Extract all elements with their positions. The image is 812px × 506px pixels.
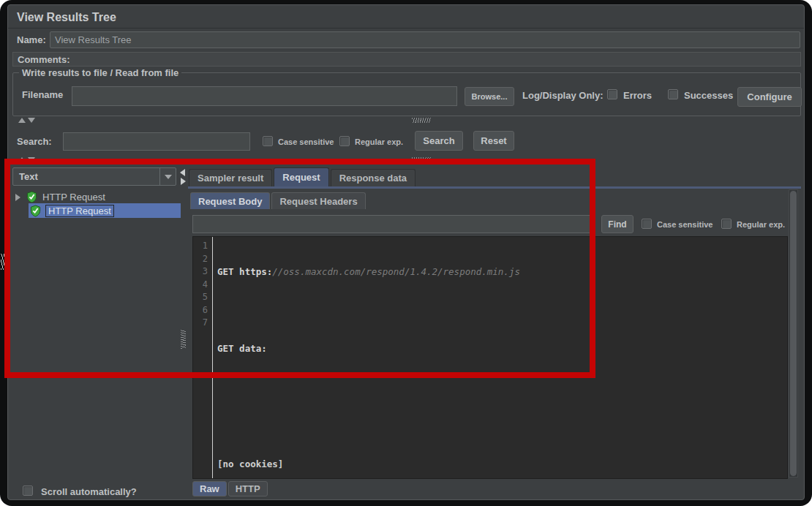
page-title: View Results Tree [17,11,116,24]
find-input[interactable] [192,215,595,233]
name-input[interactable]: View Results Tree [50,31,800,48]
title-separator [8,28,804,29]
comments-input[interactable]: Comments: [12,52,801,67]
line-number: 3 [193,265,212,279]
code-line: GET data: [217,342,520,355]
tab-request-body[interactable]: Request Body [190,192,270,209]
search-regular-exp-checkbox[interactable] [339,136,350,146]
filename-input[interactable] [72,86,457,106]
find-regular-exp-label[interactable]: Regular exp. [737,220,785,229]
comments-label: Comments: [18,54,70,65]
collapse-left-icon[interactable] [180,169,185,176]
collapse-down-icon[interactable] [28,118,35,123]
tab-raw[interactable]: Raw [192,481,227,496]
horizontal-splitter-top[interactable] [8,116,804,124]
request-body-editor[interactable]: 1 2 3 4 5 6 7 GET https://oss.maxcdn.com… [192,236,788,479]
editor-text[interactable]: GET https://oss.maxcdn.com/respond/1.4.2… [213,237,520,478]
search-input[interactable] [63,132,250,151]
errors-checkbox[interactable] [607,89,617,99]
line-number: 2 [193,253,212,266]
splitter-grip-icon [412,157,431,162]
successes-checkbox[interactable] [668,89,678,99]
vertical-splitter[interactable] [179,165,187,499]
successes-checkbox-label[interactable]: Successes [684,90,733,101]
success-shield-icon [26,191,37,203]
collapse-right-icon[interactable] [181,178,186,185]
line-number: 4 [193,279,212,292]
splitter-grip-icon [181,330,186,349]
expand-arrow-icon[interactable] [15,194,20,201]
horizontal-splitter-main[interactable] [8,156,804,164]
collapse-up-icon[interactable] [18,157,26,162]
tree-item-label[interactable]: HTTP Request [42,192,105,203]
code-line [217,304,520,317]
line-number: 7 [193,317,212,330]
tree-item-label-selected[interactable]: HTTP Request [45,205,114,217]
log-display-only-label: Log/Display Only: [522,90,604,101]
errors-checkbox-label[interactable]: Errors [623,90,652,101]
name-label: Name: [17,34,46,45]
success-shield-icon [30,205,41,217]
tab-http[interactable]: HTTP [228,481,268,496]
write-results-legend: Write results to file / Read from file [19,67,181,78]
find-case-sensitive-checkbox[interactable] [642,219,652,229]
app-window: View Results Tree Name: View Results Tre… [0,0,812,506]
code-line: [no cookies] [217,458,520,471]
tab-response-data[interactable]: Response data [331,169,416,186]
view-mode-dropdown[interactable]: Text [12,167,176,186]
tab-request[interactable]: Request [274,167,328,186]
search-regular-exp-label[interactable]: Regular exp. [355,137,403,146]
line-number: 6 [193,304,212,317]
scroll-automatically-checkbox[interactable] [23,486,33,496]
search-button[interactable]: Search [415,131,463,151]
code-line [217,496,520,506]
collapse-down-icon[interactable] [28,157,35,162]
filename-label: Filename [22,89,63,100]
line-number: 1 [193,240,212,253]
code-line [217,419,520,432]
find-button[interactable]: Find [601,215,634,233]
browse-button[interactable]: Browse... [465,87,514,106]
tab-request-headers[interactable]: Request Headers [271,192,365,209]
render-mode-tab-bar: Raw HTTP [192,481,269,496]
code-line: GET https://oss.maxcdn.com/respond/1.4.2… [217,265,520,279]
view-mode-value: Text [13,171,159,182]
search-case-sensitive-label[interactable]: Case sensitive [278,137,334,146]
results-tab-bar: Sampler result Request Response data [189,169,417,186]
search-case-sensitive-checkbox[interactable] [263,136,273,146]
splitter-grip-icon [412,118,431,123]
collapse-up-icon[interactable] [18,118,26,123]
line-number-gutter: 1 2 3 4 5 6 7 [193,237,213,478]
window-edge-grip[interactable] [1,254,6,270]
tab-underline [188,186,801,189]
dropdown-arrow-button[interactable] [159,168,176,185]
find-regular-exp-checkbox[interactable] [721,219,732,229]
configure-button[interactable]: Configure [737,87,802,107]
reset-button[interactable]: Reset [473,131,514,151]
request-subtab-bar: Request Body Request Headers [190,192,367,209]
find-case-sensitive-label[interactable]: Case sensitive [657,220,713,229]
line-number: 5 [193,291,212,304]
editor-vertical-scrollbar[interactable] [789,189,798,477]
chevron-down-icon [165,175,172,179]
tree-item-http-request-2[interactable]: HTTP Request [30,204,114,218]
write-results-fieldset: Write results to file / Read from file F… [12,72,801,116]
scrollbar-thumb[interactable] [790,191,797,476]
code-line [217,381,520,394]
tab-sampler-result[interactable]: Sampler result [189,169,272,186]
view-results-tree-panel: View Results Tree Name: View Results Tre… [7,4,805,500]
scroll-automatically-label[interactable]: Scroll automatically? [41,486,137,497]
search-label: Search: [17,136,52,147]
tree-item-http-request-1[interactable]: HTTP Request [15,190,105,204]
